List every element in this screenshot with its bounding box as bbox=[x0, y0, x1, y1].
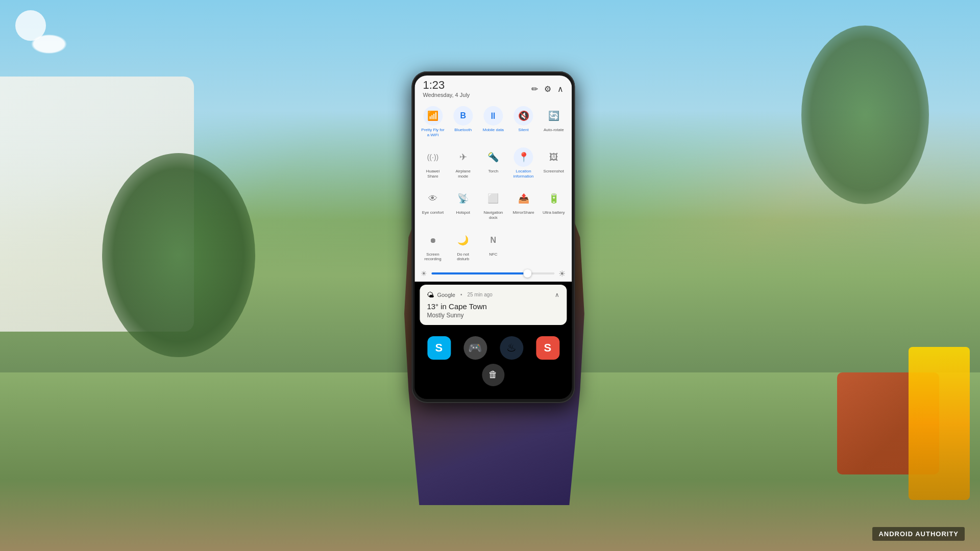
navigationdock-label: Navigation dock bbox=[481, 210, 505, 220]
clock-time: 1:23 bbox=[423, 80, 470, 91]
qs-navigation-dock[interactable]: ⬜ Navigation dock bbox=[479, 185, 507, 222]
ultrabattery-icon-circle: 🔋 bbox=[544, 189, 564, 208]
navigationdock-icon: ⬜ bbox=[487, 193, 499, 204]
steam-icon: ♨ bbox=[506, 341, 517, 355]
notif-header: 🌤 Google • 25 min ago ∧ bbox=[427, 291, 559, 299]
donotdisturb-icon: 🌙 bbox=[457, 235, 469, 246]
wifi-icon: 📶 bbox=[427, 110, 438, 121]
qs-auto-rotate[interactable]: 🔄 Auto-rotate bbox=[540, 102, 568, 139]
airplanemode-icon: ✈ bbox=[459, 152, 467, 163]
screenrecording-icon: ⏺ bbox=[429, 236, 436, 244]
brightness-bar: ☀ ☀ bbox=[414, 266, 572, 282]
delete-button[interactable]: 🗑 bbox=[482, 364, 504, 386]
qs-airplane-mode[interactable]: ✈ Airplane mode bbox=[449, 143, 477, 181]
app4-icon: S bbox=[544, 341, 552, 355]
app2-icon: 🎮 bbox=[468, 341, 482, 355]
settings-icon[interactable]: ⚙ bbox=[544, 84, 551, 94]
torch-icon: 🔦 bbox=[487, 152, 499, 163]
qs-screen-recording[interactable]: ⏺ Screen recording bbox=[419, 227, 447, 264]
navigationdock-icon-circle: ⬜ bbox=[483, 189, 503, 208]
status-bar: 1:23 Wednesday, 4 July ✏ ⚙ ∧ bbox=[414, 76, 572, 100]
eyecomfort-icon-circle: 👁 bbox=[423, 189, 443, 208]
autorotate-icon-circle: 🔄 bbox=[544, 106, 564, 126]
qs-row-4: ⏺ Screen recording 🌙 Do not disturb N bbox=[414, 224, 572, 266]
wifi-icon-circle: 📶 bbox=[423, 106, 443, 126]
eyecomfort-icon: 👁 bbox=[428, 193, 437, 204]
qs-ultra-battery[interactable]: 🔋 Ultra battery bbox=[540, 185, 568, 222]
autorotate-label: Auto-rotate bbox=[544, 128, 564, 133]
qs-do-not-disturb[interactable]: 🌙 Do not disturb bbox=[449, 227, 477, 264]
app-icon-skype[interactable]: S bbox=[427, 336, 451, 360]
qs-hotspot[interactable]: 📡 Hotspot bbox=[449, 185, 477, 222]
qs-mobile-data[interactable]: ⏸ Mobile data bbox=[479, 102, 507, 139]
status-icons: ✏ ⚙ ∧ bbox=[531, 84, 564, 94]
huaweishare-icon-circle: ((·)) bbox=[423, 147, 443, 167]
airplanemode-label: Airplane mode bbox=[451, 169, 475, 179]
skype-icon-bg: S bbox=[427, 336, 451, 360]
qs-screenshot[interactable]: 🖼 Screenshot bbox=[540, 143, 568, 181]
qs-silent[interactable]: 🔇 Silent bbox=[509, 102, 537, 139]
notif-title: 13° in Cape Town bbox=[427, 302, 559, 311]
screenrecording-label: Screen recording bbox=[421, 252, 445, 262]
notification-card[interactable]: 🌤 Google • 25 min ago ∧ 13° in Cape Town… bbox=[420, 285, 567, 325]
wifi-label: Pretty Fly for a WiFi bbox=[421, 128, 445, 137]
nfc-icon-circle: N bbox=[483, 231, 503, 250]
qs-row-3: 👁 Eye comfort 📡 Hotspot ⬜ bbox=[414, 183, 572, 224]
qs-wifi[interactable]: 📶 Pretty Fly for a WiFi bbox=[419, 102, 447, 139]
bg-yellow-object bbox=[909, 347, 970, 500]
slider-fill bbox=[431, 272, 524, 274]
qs-row-1: 📶 Pretty Fly for a WiFi B Bluetooth ⏸ bbox=[414, 100, 572, 141]
screenrecording-icon-circle: ⏺ bbox=[423, 231, 443, 250]
recents-button[interactable]: □ bbox=[535, 398, 556, 399]
airplanemode-icon-circle: ✈ bbox=[453, 147, 473, 167]
notif-expand-icon[interactable]: ∧ bbox=[555, 291, 559, 298]
app-row: S 🎮 ♨ bbox=[419, 332, 568, 364]
mirrorshare-icon-circle: 📤 bbox=[514, 189, 533, 208]
notif-app-name: Google bbox=[437, 292, 455, 298]
nfc-icon: N bbox=[491, 236, 497, 245]
screenshot-icon-circle: 🖼 bbox=[544, 147, 564, 167]
collapse-icon[interactable]: ∧ bbox=[557, 84, 564, 94]
qs-mirror-share[interactable]: 📤 MirrorShare bbox=[509, 185, 537, 222]
phone-content: 1:23 Wednesday, 4 July ✏ ⚙ ∧ 📶 bbox=[414, 76, 572, 399]
qs-bluetooth[interactable]: B Bluetooth bbox=[449, 102, 477, 139]
brightness-slider[interactable] bbox=[431, 272, 554, 274]
mirrorshare-label: MirrorShare bbox=[512, 210, 534, 215]
bottom-dark-area: S 🎮 ♨ bbox=[414, 328, 572, 394]
qs-huawei-share[interactable]: ((·)) Huawei Share bbox=[419, 143, 447, 181]
slider-thumb[interactable] bbox=[523, 269, 531, 278]
qs-nfc[interactable]: N NFC bbox=[479, 227, 507, 264]
bg-tree2 bbox=[801, 26, 929, 204]
phone-screen: 1:23 Wednesday, 4 July ✏ ⚙ ∧ 📶 bbox=[414, 76, 572, 399]
home-button[interactable]: ○ bbox=[483, 398, 503, 399]
steam-icon-bg: ♨ bbox=[500, 336, 523, 360]
autorotate-icon: 🔄 bbox=[548, 110, 559, 121]
hand-area: 1:23 Wednesday, 4 July ✏ ⚙ ∧ 📶 bbox=[311, 46, 669, 505]
nfc-label: NFC bbox=[489, 252, 497, 257]
brightness-max-icon: ☀ bbox=[558, 269, 566, 279]
notif-app-icon: 🌤 bbox=[427, 291, 434, 299]
nav-bar: ◁ ○ □ bbox=[414, 394, 572, 399]
qs-row-2: ((·)) Huawei Share ✈ Airplane mode 🔦 bbox=[414, 141, 572, 183]
hotspot-label: Hotspot bbox=[456, 210, 470, 215]
trash-icon: 🗑 bbox=[488, 369, 498, 380]
back-button[interactable]: ◁ bbox=[431, 398, 451, 399]
ultrabattery-icon: 🔋 bbox=[548, 193, 559, 204]
app4-icon-bg: S bbox=[536, 336, 559, 360]
bluetooth-icon: B bbox=[460, 111, 466, 120]
app2-icon-bg: 🎮 bbox=[463, 336, 487, 360]
watermark: ANDROID AUTHORITY bbox=[872, 527, 965, 541]
pencil-icon[interactable]: ✏ bbox=[531, 84, 538, 94]
qs-location[interactable]: 📍 Location information bbox=[509, 143, 537, 181]
location-icon-circle: 📍 bbox=[514, 147, 533, 167]
donotdisturb-icon-circle: 🌙 bbox=[453, 231, 473, 250]
qs-torch[interactable]: 🔦 Torch bbox=[479, 143, 507, 181]
mirrorshare-icon: 📤 bbox=[518, 193, 529, 204]
mobiledata-icon: ⏸ bbox=[488, 111, 498, 121]
qs-eye-comfort[interactable]: 👁 Eye comfort bbox=[419, 185, 447, 222]
app-icon-4[interactable]: S bbox=[536, 336, 559, 360]
bluetooth-label: Bluetooth bbox=[454, 128, 472, 133]
app-icon-2[interactable]: 🎮 bbox=[463, 336, 487, 360]
silent-label: Silent bbox=[519, 128, 529, 133]
app-icon-steam[interactable]: ♨ bbox=[500, 336, 523, 360]
